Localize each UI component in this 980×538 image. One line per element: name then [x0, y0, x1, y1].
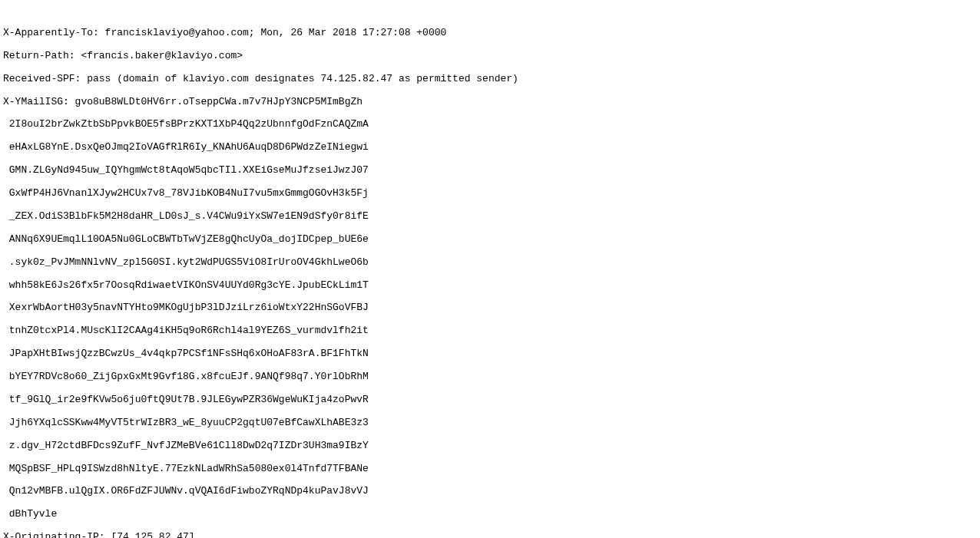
header-line: ANNq6X9UEmqlL10OA5Nu0GLoCBWTbTwVjZE8gQhc… — [3, 234, 977, 246]
header-line: X-YMailISG: gvo8uB8WLDt0HV6rr.oTseppCWa.… — [3, 97, 977, 108]
header-line: 2I8ouI2brZwkZtbSbPpvkBOE5fsBPrzKXT1XbP4Q… — [3, 119, 977, 130]
header-line: Return-Path: <francis.baker@klaviyo.com> — [3, 51, 977, 62]
header-line: Qn12vMBFB.ulQgIX.OR6FdZFJUWNv.qVQAI6dFiw… — [3, 486, 977, 497]
header-line: _ZEX.OdiS3BlbFk5M2H8daHR_LD0sJ_s.V4CWu9i… — [3, 211, 977, 223]
header-line: whh58kE6Js26fx5r7OosqRdiwaetVIKOnSV4UUYd… — [3, 280, 977, 292]
header-line: tnhZ0tcxPl4.MUscKlI2CAAg4iKH5q9oR6Rchl4a… — [3, 325, 977, 337]
header-line: tf_9GlQ_ir2e9fKVw5o6ju0ftQ9Ut7B.9JLEGywP… — [3, 394, 977, 406]
header-line: eHAxLG8YnE.DsxQeOJmq2IoVAGfRlR6Iy_KNAhU6… — [3, 142, 977, 153]
email-headers-block: X-Apparently-To: francisklaviyo@yahoo.co… — [3, 28, 977, 538]
header-line: bYEY7RDVc8o60_ZijGpxGxMt9Gvf18G.x8fcuEJf… — [3, 371, 977, 383]
header-line: Received-SPF: pass (domain of klaviyo.co… — [3, 74, 977, 85]
header-line: GxWfP4HJ6VnanlXJyw2HCUx7v8_78VJibKOB4NuI… — [3, 188, 977, 200]
header-line: .syk0z_PvJMmNNlvNV_zpl5G0SI.kyt2WdPUGS5V… — [3, 257, 977, 269]
header-line: XexrWbAortH03y5navNTYHto9MKOgUjbP3lDJziL… — [3, 302, 977, 314]
header-line: JPapXHtBIwsjQzzBCwzUs_4v4qkp7PCSf1NFsSHq… — [3, 348, 977, 360]
header-line: X-Apparently-To: francisklaviyo@yahoo.co… — [3, 28, 977, 39]
header-line: MQSpBSF_HPLq9ISWzd8hNltyE.77EzkNLadWRhSa… — [3, 464, 977, 475]
header-line: X-Originating-IP: [74.125.82.47] — [3, 532, 977, 538]
header-line: dBhTyvle — [3, 509, 977, 520]
header-line: Jjh6YXqlcSSKww4MyVT5trWIzBR3_wE_8yuuCP2g… — [3, 418, 977, 429]
header-line: GMN.ZLGyNd945uw_IQYhgmWct8tAqoW5qbcTIl.X… — [3, 165, 977, 177]
header-line: z.dgv_H72ctdBFDcs9ZufF_NvfJZMeBVe61Cll8D… — [3, 441, 977, 452]
